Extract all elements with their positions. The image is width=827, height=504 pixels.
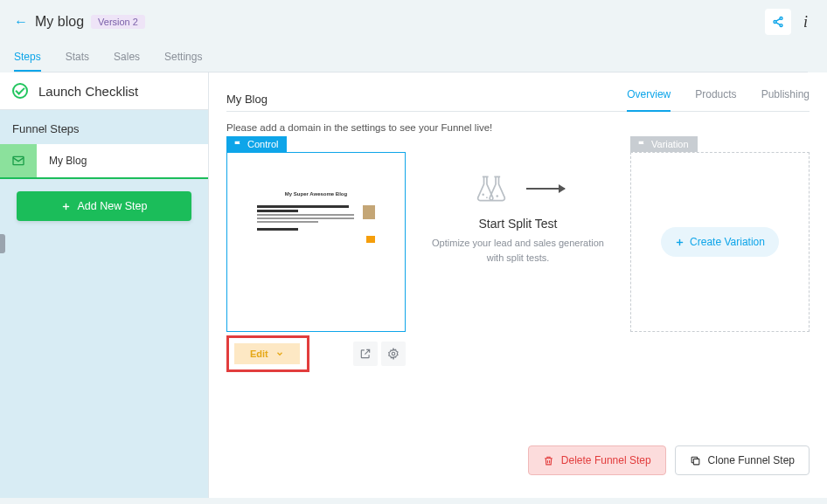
page-preview[interactable]: My Super Awesome Blog <box>226 152 406 332</box>
tab-settings[interactable]: Settings <box>164 47 202 72</box>
control-label: Control <box>226 136 287 152</box>
main-layout: Launch Checklist Funnel Steps My Blog Ad… <box>0 72 827 498</box>
version-badge: Version 2 <box>91 15 145 29</box>
checkmark-circle-icon <box>12 83 28 99</box>
arrow-icon <box>526 188 565 190</box>
gear-icon <box>387 348 400 360</box>
svg-point-10 <box>486 197 488 198</box>
subtab-publishing[interactable]: Publishing <box>761 88 810 106</box>
sidebar-drag-handle[interactable] <box>0 234 5 253</box>
edit-button-label: Edit <box>250 349 268 359</box>
page-header: ← My blog Version 2 i Steps Stats Sales … <box>0 0 827 72</box>
page-title: My blog <box>35 14 84 30</box>
trash-icon <box>543 455 554 466</box>
funnel-steps-label: Funnel Steps <box>0 110 208 144</box>
domain-note: Please add a domain in the settings to s… <box>226 122 810 133</box>
header-top-row: ← My blog Version 2 i <box>14 9 808 35</box>
svg-point-8 <box>392 352 395 356</box>
control-column: Control My Super Awesome Blog <box>226 136 406 372</box>
split-test-subtitle: Optimize your lead and sales generation … <box>423 236 613 265</box>
svg-point-1 <box>774 21 776 24</box>
tab-sales[interactable]: Sales <box>114 47 140 72</box>
preview-mock: My Super Awesome Blog <box>240 191 393 243</box>
plus-icon <box>675 238 685 247</box>
sidebar: Launch Checklist Funnel Steps My Blog Ad… <box>0 72 208 498</box>
header-left: ← My blog Version 2 <box>14 14 145 30</box>
main-panel: My Blog Overview Products Publishing Ple… <box>208 72 827 498</box>
share-button[interactable] <box>765 9 791 35</box>
envelope-icon <box>11 154 25 168</box>
svg-line-3 <box>776 19 780 22</box>
step-title: My Blog <box>226 93 268 106</box>
flask-icon <box>472 171 511 206</box>
info-icon[interactable]: i <box>803 13 808 31</box>
tab-bar: Steps Stats Sales Settings <box>14 47 808 72</box>
svg-point-0 <box>780 17 782 19</box>
split-test-title: Start Split Test <box>478 217 557 231</box>
edit-button-highlight: Edit <box>226 335 309 372</box>
variation-label: Variation <box>630 136 698 152</box>
step-name: My Blog <box>37 144 99 177</box>
delete-step-label: Delete Funnel Step <box>561 454 651 466</box>
tab-stats[interactable]: Stats <box>66 47 89 72</box>
flag-icon <box>637 140 646 148</box>
subtab-products[interactable]: Products <box>695 88 736 106</box>
variation-label-text: Variation <box>651 139 689 149</box>
tab-steps[interactable]: Steps <box>14 47 41 72</box>
split-test-info: Start Split Test Optimize your lead and … <box>406 136 630 265</box>
clone-funnel-step-button[interactable]: Clone Funnel Step <box>675 445 810 475</box>
launch-checklist-row[interactable]: Launch Checklist <box>0 72 208 110</box>
variation-placeholder: Create Variation <box>630 152 810 332</box>
settings-button[interactable] <box>381 342 406 366</box>
control-label-text: Control <box>247 139 278 149</box>
split-test-graphic <box>472 171 565 206</box>
subtab-overview[interactable]: Overview <box>627 88 671 112</box>
main-header: My Blog Overview Products Publishing <box>226 88 810 112</box>
flag-icon <box>233 140 242 148</box>
preview-mock-title: My Super Awesome Blog <box>240 191 393 197</box>
step-icon-wrap <box>0 144 37 177</box>
svg-point-2 <box>780 24 782 27</box>
variation-column: Variation Create Variation <box>630 136 810 332</box>
header-right: i <box>765 9 808 35</box>
add-new-step-button[interactable]: Add New Step <box>17 191 191 221</box>
create-variation-button[interactable]: Create Variation <box>661 227 779 257</box>
svg-point-11 <box>496 195 498 197</box>
plus-icon <box>61 202 71 211</box>
edit-button[interactable]: Edit <box>234 343 300 364</box>
delete-funnel-step-button[interactable]: Delete Funnel Step <box>528 445 666 475</box>
external-link-icon <box>359 348 372 360</box>
svg-line-4 <box>776 23 780 25</box>
svg-point-9 <box>482 194 484 197</box>
add-step-label: Add New Step <box>78 200 148 212</box>
footer-actions: Delete Funnel Step Clone Funnel Step <box>528 445 810 475</box>
open-external-button[interactable] <box>353 342 378 366</box>
back-arrow-icon[interactable]: ← <box>14 14 28 30</box>
svg-rect-14 <box>693 459 699 465</box>
subtab-bar: Overview Products Publishing <box>627 88 810 106</box>
share-icon <box>772 16 784 28</box>
copy-icon <box>690 455 701 466</box>
create-variation-label: Create Variation <box>690 236 765 248</box>
checklist-title: Launch Checklist <box>38 84 138 99</box>
preview-action-icons <box>353 342 406 366</box>
content-row: Control My Super Awesome Blog <box>226 136 810 372</box>
preview-actions: Edit <box>226 332 406 372</box>
clone-step-label: Clone Funnel Step <box>708 454 795 466</box>
chevron-down-icon <box>275 349 284 358</box>
sidebar-step-item[interactable]: My Blog <box>0 144 208 179</box>
